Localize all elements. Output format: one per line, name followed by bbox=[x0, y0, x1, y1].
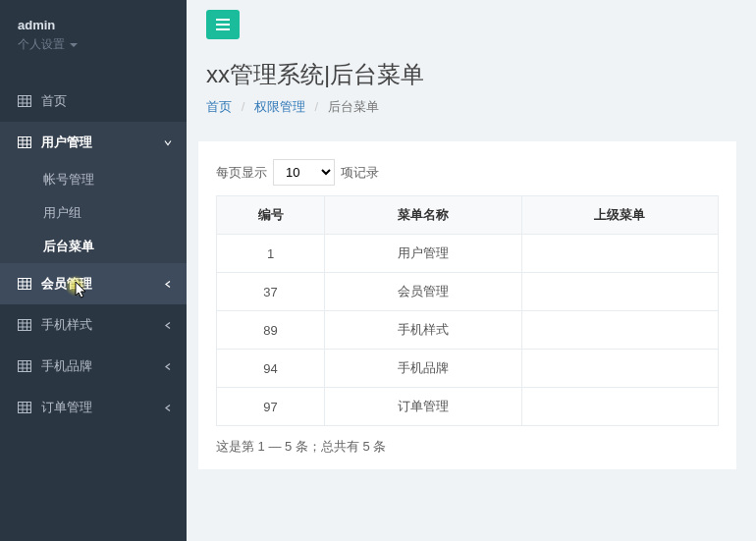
svg-rect-10 bbox=[19, 279, 31, 290]
page-header: xx管理系统|后台菜单 首页 / 权限管理 / 后台菜单 bbox=[187, 49, 756, 128]
sidebar-label: 用户管理 bbox=[41, 134, 92, 151]
user-name: admin bbox=[18, 18, 169, 32]
table-header-id[interactable]: 编号 bbox=[217, 196, 325, 235]
caret-down-icon bbox=[70, 43, 78, 47]
sidebar: admin 个人设置 首页 用户管理 帐号管理 用户组 后台菜单 bbox=[0, 0, 187, 541]
breadcrumb-parent[interactable]: 权限管理 bbox=[254, 99, 305, 114]
chevron-left-icon bbox=[164, 401, 172, 415]
table-header-parent[interactable]: 上级菜单 bbox=[521, 196, 719, 235]
grid-icon bbox=[18, 136, 31, 148]
svg-rect-15 bbox=[19, 320, 31, 331]
sidebar-label: 手机品牌 bbox=[41, 357, 92, 375]
user-block: admin 个人设置 bbox=[0, 0, 187, 63]
sidebar-label: 会员管理 bbox=[41, 275, 92, 293]
table-info: 这是第 1 — 5 条；总共有 5 条 bbox=[216, 438, 719, 456]
grid-icon bbox=[18, 360, 31, 372]
cell-parent bbox=[521, 350, 719, 388]
cell-parent bbox=[521, 235, 719, 273]
table-row[interactable]: 94 手机品牌 bbox=[217, 350, 719, 388]
sidebar-subitem-account[interactable]: 帐号管理 bbox=[0, 163, 187, 196]
table-row[interactable]: 89 手机样式 bbox=[217, 311, 719, 350]
sidebar-item-order-mgmt[interactable]: 订单管理 bbox=[0, 387, 187, 428]
cell-parent bbox=[521, 388, 719, 426]
sidebar-label: 订单管理 bbox=[41, 399, 92, 416]
page-length-select[interactable]: 10 bbox=[273, 159, 335, 186]
svg-rect-5 bbox=[19, 137, 31, 148]
sidebar-subitem-usergroup[interactable]: 用户组 bbox=[0, 196, 187, 230]
user-settings-dropdown[interactable]: 个人设置 bbox=[18, 36, 169, 53]
chevron-left-icon bbox=[164, 318, 172, 333]
chevron-left-icon bbox=[164, 359, 172, 374]
sidebar-label: 手机样式 bbox=[41, 316, 92, 334]
page-length-row: 每页显示 10 项记录 bbox=[216, 159, 719, 186]
sidebar-submenu-user: 帐号管理 用户组 后台菜单 bbox=[0, 163, 187, 263]
svg-rect-20 bbox=[19, 361, 31, 372]
sidebar-label: 首页 bbox=[41, 92, 67, 110]
topbar bbox=[187, 0, 756, 49]
sidebar-item-home[interactable]: 首页 bbox=[0, 81, 187, 122]
table-row[interactable]: 97 订单管理 bbox=[217, 388, 719, 426]
cell-name: 用户管理 bbox=[325, 235, 522, 273]
cell-parent bbox=[521, 273, 719, 311]
length-suffix: 项记录 bbox=[341, 164, 379, 182]
hamburger-toggle-button[interactable] bbox=[206, 10, 240, 39]
sidebar-nav: 首页 用户管理 帐号管理 用户组 后台菜单 会员管理 bbox=[0, 81, 187, 428]
table-header-row: 编号 菜单名称 上级菜单 bbox=[217, 196, 719, 235]
cell-id: 97 bbox=[217, 388, 325, 426]
table-row[interactable]: 1 用户管理 bbox=[217, 235, 719, 273]
main-content: xx管理系统|后台菜单 首页 / 权限管理 / 后台菜单 每页显示 10 项记录… bbox=[187, 0, 756, 541]
grid-icon bbox=[18, 319, 31, 331]
breadcrumb-sep: / bbox=[236, 99, 251, 114]
svg-rect-25 bbox=[19, 403, 31, 413]
breadcrumb: 首页 / 权限管理 / 后台菜单 bbox=[206, 98, 736, 116]
table-header-name[interactable]: 菜单名称 bbox=[325, 196, 522, 235]
breadcrumb-home[interactable]: 首页 bbox=[206, 99, 232, 114]
chevron-left-icon bbox=[164, 277, 172, 292]
grid-icon bbox=[18, 95, 31, 107]
data-panel: 每页显示 10 项记录 编号 菜单名称 上级菜单 1 用户管理 bbox=[198, 141, 736, 469]
breadcrumb-sep: / bbox=[309, 99, 325, 114]
sidebar-item-phone-style[interactable]: 手机样式 bbox=[0, 304, 187, 346]
grid-icon bbox=[18, 278, 31, 290]
cell-id: 94 bbox=[217, 350, 325, 388]
table-row[interactable]: 37 会员管理 bbox=[217, 273, 719, 311]
cell-id: 89 bbox=[217, 311, 325, 350]
sidebar-item-user-mgmt[interactable]: 用户管理 bbox=[0, 122, 187, 163]
data-table: 编号 菜单名称 上级菜单 1 用户管理 37 会员管理 89 bbox=[216, 195, 719, 426]
sidebar-item-member-mgmt[interactable]: 会员管理 bbox=[0, 263, 187, 304]
cell-name: 会员管理 bbox=[325, 273, 522, 311]
length-prefix: 每页显示 bbox=[216, 164, 267, 182]
cell-id: 37 bbox=[217, 273, 325, 311]
cell-id: 1 bbox=[217, 235, 325, 273]
chevron-down-icon bbox=[164, 135, 172, 150]
cell-name: 手机品牌 bbox=[325, 350, 522, 388]
cell-parent bbox=[521, 311, 719, 350]
breadcrumb-current: 后台菜单 bbox=[328, 99, 379, 114]
grid-icon bbox=[18, 402, 31, 413]
cell-name: 手机样式 bbox=[325, 311, 522, 350]
page-title: xx管理系统|后台菜单 bbox=[206, 59, 736, 90]
sidebar-item-phone-brand[interactable]: 手机品牌 bbox=[0, 346, 187, 387]
sidebar-subitem-backend-menu[interactable]: 后台菜单 bbox=[0, 230, 187, 263]
svg-rect-0 bbox=[19, 96, 31, 107]
user-settings-label: 个人设置 bbox=[18, 37, 65, 51]
hamburger-icon bbox=[215, 18, 231, 31]
cell-name: 订单管理 bbox=[325, 388, 522, 426]
